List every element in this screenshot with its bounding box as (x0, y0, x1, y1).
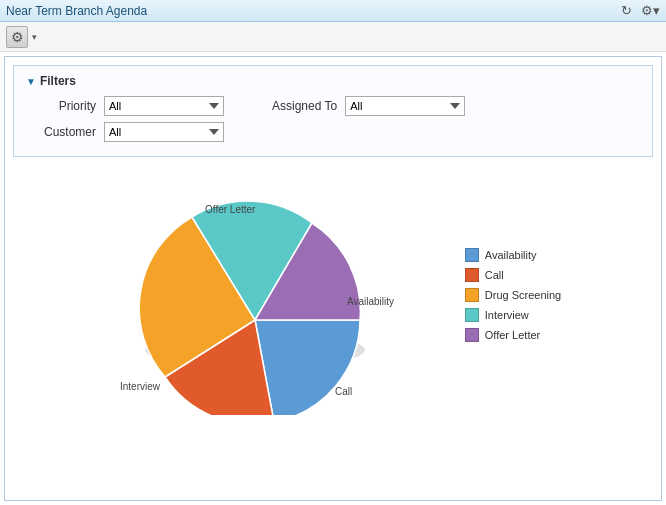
priority-select[interactable]: All High Medium Low (104, 96, 224, 116)
filters-section: ▼ Filters Priority All High Medium Low A… (13, 65, 653, 157)
assigned-group: Assigned To All (272, 96, 465, 116)
refresh-button[interactable]: ↻ (616, 1, 636, 21)
assigned-to-label: Assigned To (272, 99, 337, 113)
legend-item-drug-screening: Drug Screening (465, 288, 561, 302)
title-icons: ↻ ⚙▾ (616, 1, 660, 21)
legend-color-availability (465, 248, 479, 262)
legend-label-interview: Interview (485, 309, 529, 321)
legend-color-call (465, 268, 479, 282)
assigned-to-select[interactable]: All (345, 96, 465, 116)
legend-item-call: Call (465, 268, 561, 282)
call-label: Call (335, 386, 352, 397)
dropdown-arrow[interactable]: ▾ (30, 30, 39, 44)
legend-color-offer-letter (465, 328, 479, 342)
legend-color-drug-screening (465, 288, 479, 302)
legend-item-availability: Availability (465, 248, 561, 262)
title-text: Near Term Branch Agenda (6, 4, 147, 18)
chart-area: Availability Call Drug Screening Intervi… (5, 165, 661, 425)
toolbar: ⚙ ▾ (0, 22, 666, 52)
collapse-arrow[interactable]: ▼ (26, 76, 36, 87)
legend-item-offer-letter: Offer Letter (465, 328, 561, 342)
legend-label-drug-screening: Drug Screening (485, 289, 561, 301)
customer-label: Customer (26, 125, 96, 139)
refresh-icon: ↻ (621, 3, 632, 18)
settings-icon: ⚙▾ (641, 3, 660, 18)
legend-color-interview (465, 308, 479, 322)
filters-row-2: Customer All (26, 122, 640, 142)
legend-label-offer-letter: Offer Letter (485, 329, 540, 341)
interview-label: Interview (120, 381, 161, 392)
gear-button[interactable]: ⚙ (6, 26, 28, 48)
legend: Availability Call Drug Screening Intervi… (465, 248, 561, 342)
legend-item-interview: Interview (465, 308, 561, 322)
filters-row-1: Priority All High Medium Low Assigned To… (26, 96, 640, 116)
gear-icon: ⚙ (11, 29, 24, 45)
filters-title: Filters (40, 74, 76, 88)
filters-header: ▼ Filters (26, 74, 640, 88)
customer-select[interactable]: All (104, 122, 224, 142)
main-content: ▼ Filters Priority All High Medium Low A… (4, 56, 662, 501)
offer-letter-label: Offer Letter (205, 204, 256, 215)
title-bar: Near Term Branch Agenda ↻ ⚙▾ (0, 0, 666, 22)
availability-label: Availability (347, 296, 394, 307)
pie-container: Availability Call Drug Screening Intervi… (105, 175, 425, 415)
legend-label-availability: Availability (485, 249, 537, 261)
priority-label: Priority (26, 99, 96, 113)
settings-button[interactable]: ⚙▾ (640, 1, 660, 21)
legend-label-call: Call (485, 269, 504, 281)
pie-chart: Availability Call Drug Screening Intervi… (105, 175, 405, 415)
